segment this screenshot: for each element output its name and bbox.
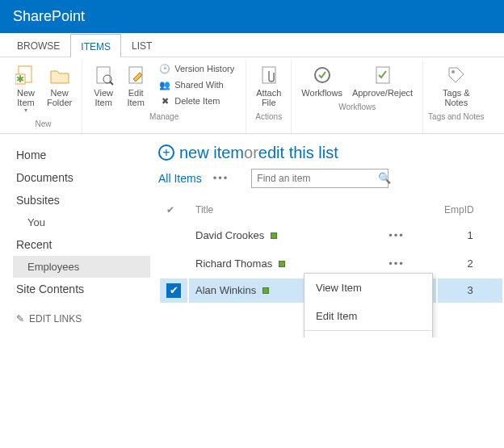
app-header: SharePoint bbox=[0, 0, 504, 33]
plus-icon[interactable]: + bbox=[158, 144, 174, 161]
attach-file-label: AttachFile bbox=[256, 88, 281, 107]
edit-item-button[interactable]: EditItem bbox=[120, 61, 152, 111]
new-item-link[interactable]: new item bbox=[179, 144, 244, 162]
row-checkbox[interactable] bbox=[166, 255, 181, 270]
attach-icon bbox=[258, 64, 280, 86]
table-row[interactable]: David Crookes ••• 1 bbox=[160, 222, 502, 249]
group-workflows: Workflows Approve/Reject Workflows bbox=[292, 61, 423, 133]
new-item-icon: ✱ bbox=[15, 64, 37, 86]
col-menu bbox=[382, 199, 436, 220]
new-folder-label: NewFolder bbox=[47, 88, 72, 107]
shared-with-button[interactable]: 👥Shared With bbox=[155, 77, 237, 93]
nav-employees[interactable]: Employees bbox=[13, 256, 150, 278]
nav-documents[interactable]: Documents bbox=[13, 166, 150, 189]
presence-icon bbox=[271, 232, 277, 239]
tab-list[interactable]: LIST bbox=[121, 33, 162, 57]
view-item-button[interactable]: ViewItem bbox=[87, 61, 120, 111]
edit-list-link[interactable]: edit this list bbox=[258, 144, 338, 162]
row-checkbox[interactable] bbox=[166, 227, 181, 241]
row-empid: 3 bbox=[438, 278, 502, 303]
group-new: ✱ NewItem ▾ NewFolder New bbox=[5, 61, 82, 133]
row-empid: 1 bbox=[438, 222, 502, 249]
ctx-view-item[interactable]: View Item bbox=[304, 274, 432, 302]
new-item-button[interactable]: ✱ NewItem ▾ bbox=[10, 61, 42, 118]
all-items-view[interactable]: All Items bbox=[158, 172, 202, 185]
tab-items[interactable]: ITEMS bbox=[70, 34, 121, 57]
delete-item-button[interactable]: ✖Delete Item bbox=[155, 93, 237, 109]
delete-icon: ✖ bbox=[158, 94, 171, 107]
ctx-compliance[interactable]: Compliance Details bbox=[304, 331, 432, 337]
row-title[interactable]: Richard Thomas bbox=[195, 257, 272, 270]
view-item-icon bbox=[92, 64, 115, 86]
or-text: or bbox=[244, 144, 258, 162]
new-item-label: NewItem ▾ bbox=[17, 88, 35, 115]
group-workflows-label: Workflows bbox=[338, 101, 376, 115]
group-new-label: New bbox=[36, 118, 52, 132]
left-nav: Home Documents Subsites You Recent Emplo… bbox=[13, 144, 158, 337]
ribbon: ✱ NewItem ▾ NewFolder New ViewItem EditI… bbox=[0, 57, 504, 134]
app-title: SharePoint bbox=[13, 8, 85, 24]
nav-home[interactable]: Home bbox=[13, 144, 150, 166]
tags-notes-button[interactable]: Tags &Notes bbox=[438, 61, 475, 111]
group-manage: ViewItem EditItem 🕑Version History 👥Shar… bbox=[82, 61, 246, 133]
svg-point-10 bbox=[452, 70, 455, 73]
version-history-button[interactable]: 🕑Version History bbox=[155, 61, 237, 77]
row-title[interactable]: David Crookes bbox=[195, 229, 264, 241]
edit-item-label: EditItem bbox=[127, 88, 144, 107]
approve-icon bbox=[372, 64, 394, 86]
approve-reject-button[interactable]: Approve/Reject bbox=[347, 61, 418, 101]
row-checkbox[interactable]: ✔ bbox=[166, 283, 181, 298]
tags-notes-label: Tags &Notes bbox=[443, 88, 470, 107]
ctx-edit-item[interactable]: Edit Item bbox=[304, 302, 432, 330]
new-item-line: + new item or edit this list bbox=[158, 144, 504, 162]
group-actions: AttachFile Actions bbox=[246, 61, 292, 133]
view-item-label: ViewItem bbox=[94, 88, 113, 107]
col-empid[interactable]: EmpID bbox=[438, 199, 502, 220]
attach-file-button[interactable]: AttachFile bbox=[251, 61, 286, 111]
history-icon: 🕑 bbox=[158, 62, 171, 75]
svg-text:✱: ✱ bbox=[16, 73, 24, 85]
main-area: + new item or edit this list All Items •… bbox=[158, 144, 504, 337]
group-tags-label: Tags and Notes bbox=[428, 111, 485, 124]
view-more-icon[interactable]: ••• bbox=[213, 172, 229, 184]
nav-site-contents[interactable]: Site Contents bbox=[13, 278, 150, 300]
shared-icon: 👥 bbox=[158, 78, 171, 91]
row-menu-icon[interactable]: ••• bbox=[388, 229, 405, 241]
search-icon[interactable]: 🔍 bbox=[378, 172, 391, 184]
view-row: All Items ••• 🔍 bbox=[158, 169, 504, 188]
tab-browse[interactable]: BROWSE bbox=[6, 33, 70, 57]
group-actions-label: Actions bbox=[255, 111, 282, 124]
presence-icon bbox=[279, 261, 285, 267]
edit-links-button[interactable]: EDIT LINKS bbox=[13, 300, 150, 337]
svg-line-5 bbox=[110, 82, 113, 85]
search-input[interactable] bbox=[257, 173, 378, 184]
row-empid: 2 bbox=[438, 250, 502, 277]
edit-item-icon bbox=[124, 64, 147, 86]
header-row: ✔ Title EmpID bbox=[160, 199, 502, 220]
group-tags: Tags &Notes Tags and Notes bbox=[423, 61, 489, 133]
nav-recent[interactable]: Recent bbox=[13, 233, 150, 256]
tag-icon bbox=[445, 64, 468, 86]
group-manage-label: Manage bbox=[149, 111, 178, 124]
ribbon-tabs: BROWSE ITEMS LIST bbox=[0, 33, 504, 57]
context-menu: View Item Edit Item Compliance Details W… bbox=[304, 273, 433, 337]
workflows-icon bbox=[311, 64, 334, 86]
new-folder-button[interactable]: NewFolder bbox=[42, 61, 77, 118]
folder-icon bbox=[48, 64, 71, 86]
nav-you[interactable]: You bbox=[13, 211, 150, 233]
col-check[interactable]: ✔ bbox=[160, 199, 187, 220]
row-title[interactable]: Alan Winkins bbox=[195, 284, 256, 296]
search-box[interactable]: 🔍 bbox=[251, 169, 388, 188]
presence-icon bbox=[262, 287, 269, 294]
workflows-button[interactable]: Workflows bbox=[296, 61, 347, 101]
row-menu-icon[interactable]: ••• bbox=[388, 257, 405, 270]
nav-subsites[interactable]: Subsites bbox=[13, 189, 150, 211]
col-title[interactable]: Title bbox=[189, 199, 380, 220]
